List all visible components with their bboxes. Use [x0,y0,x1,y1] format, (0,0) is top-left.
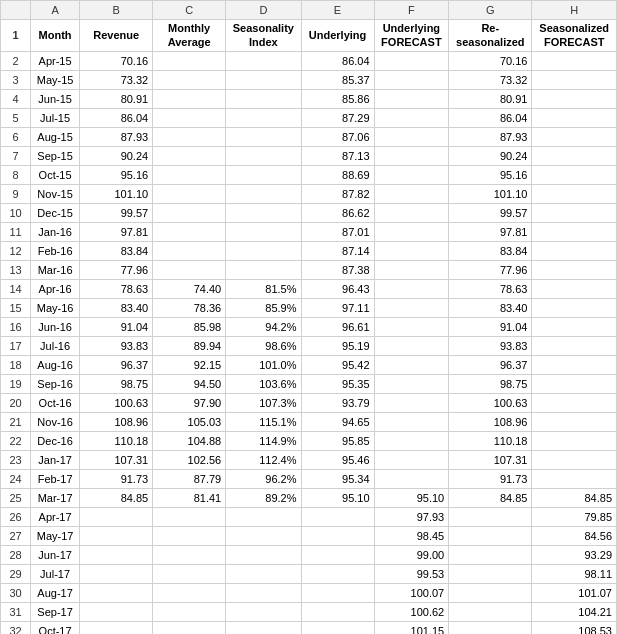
table-row: 9Nov-15101.1087.82101.10 [1,185,617,204]
cell-c: 105.03 [153,413,226,432]
cell-c [153,90,226,109]
row-num: 13 [1,261,31,280]
cell-a: Aug-16 [31,356,80,375]
cell-g [449,603,532,622]
row-num: 5 [1,109,31,128]
cell-a: Jul-15 [31,109,80,128]
cell-c [153,128,226,147]
cell-b: 96.37 [80,356,153,375]
cell-e: 93.79 [301,394,374,413]
cell-d [226,546,301,565]
cell-a: Sep-17 [31,603,80,622]
cell-f [374,394,449,413]
cell-e: 95.34 [301,470,374,489]
cell-b: 99.57 [80,204,153,223]
cell-e: 85.37 [301,71,374,90]
cell-c [153,527,226,546]
cell-d [226,185,301,204]
cell-b: 98.75 [80,375,153,394]
cell-d: 103.6% [226,375,301,394]
table-row: 13Mar-1677.9687.3877.96 [1,261,617,280]
cell-g [449,622,532,635]
cell-f [374,147,449,166]
cell-g: 96.37 [449,356,532,375]
table-row: 28Jun-1799.0093.29 [1,546,617,565]
cell-g: 91.04 [449,318,532,337]
cell-a: Jun-15 [31,90,80,109]
table-row: 10Dec-1599.5786.6299.57 [1,204,617,223]
table-row: 20Oct-16100.6397.90107.3%93.79100.63 [1,394,617,413]
table-row: 29Jul-1799.5398.11 [1,565,617,584]
cell-a: Mar-17 [31,489,80,508]
cell-h [532,451,617,470]
cell-a: Apr-15 [31,52,80,71]
cell-g: 70.16 [449,52,532,71]
cell-d [226,508,301,527]
cell-h [532,337,617,356]
cell-h: 84.56 [532,527,617,546]
cell-c [153,52,226,71]
cell-b [80,508,153,527]
table-row: 7Sep-1590.2487.1390.24 [1,147,617,166]
cell-f: 100.07 [374,584,449,603]
cell-d: 85.9% [226,299,301,318]
cell-f [374,185,449,204]
cell-g: 83.84 [449,242,532,261]
cell-h [532,318,617,337]
cell-b: 70.16 [80,52,153,71]
header-monthly-avg: MonthlyAverage [153,20,226,52]
cell-e: 94.65 [301,413,374,432]
row-num: 24 [1,470,31,489]
cell-e: 87.38 [301,261,374,280]
corner-cell [1,1,31,20]
cell-a: Sep-15 [31,147,80,166]
cell-e: 95.10 [301,489,374,508]
cell-c [153,223,226,242]
cell-e: 95.42 [301,356,374,375]
cell-e [301,546,374,565]
cell-c [153,565,226,584]
row-num: 9 [1,185,31,204]
row-num: 18 [1,356,31,375]
table-row: 21Nov-16108.96105.03115.1%94.65108.96 [1,413,617,432]
cell-c: 102.56 [153,451,226,470]
cell-d [226,261,301,280]
table-row: 25Mar-1784.8581.4189.2%95.1095.1084.8584… [1,489,617,508]
col-h-label: H [532,1,617,20]
cell-h: 108.53 [532,622,617,635]
cell-d [226,223,301,242]
cell-c: 78.36 [153,299,226,318]
cell-a: Apr-17 [31,508,80,527]
cell-f: 101.15 [374,622,449,635]
cell-b: 107.31 [80,451,153,470]
cell-b: 91.73 [80,470,153,489]
cell-e: 96.43 [301,280,374,299]
cell-d: 107.3% [226,394,301,413]
table-row: 24Feb-1791.7387.7996.2%95.3491.73 [1,470,617,489]
cell-f [374,413,449,432]
table-body: 2Apr-1570.1686.0470.163May-1573.3285.377… [1,52,617,635]
row-num: 12 [1,242,31,261]
header-row: 1 Month Revenue MonthlyAverage Seasonali… [1,20,617,52]
cell-b [80,584,153,603]
cell-d [226,147,301,166]
row-num: 19 [1,375,31,394]
cell-d: 112.4% [226,451,301,470]
row-num: 27 [1,527,31,546]
cell-f: 100.62 [374,603,449,622]
cell-g [449,546,532,565]
cell-g: 99.57 [449,204,532,223]
table-row: 4Jun-1580.9185.8680.91 [1,90,617,109]
cell-h [532,261,617,280]
cell-h [532,147,617,166]
cell-d: 114.9% [226,432,301,451]
table-row: 5Jul-1586.0487.2986.04 [1,109,617,128]
cell-d [226,603,301,622]
table-row: 30Aug-17100.07101.07 [1,584,617,603]
cell-a: Oct-17 [31,622,80,635]
cell-e: 86.62 [301,204,374,223]
cell-d [226,128,301,147]
row-num: 23 [1,451,31,470]
cell-b: 90.24 [80,147,153,166]
table-row: 12Feb-1683.8487.1483.84 [1,242,617,261]
